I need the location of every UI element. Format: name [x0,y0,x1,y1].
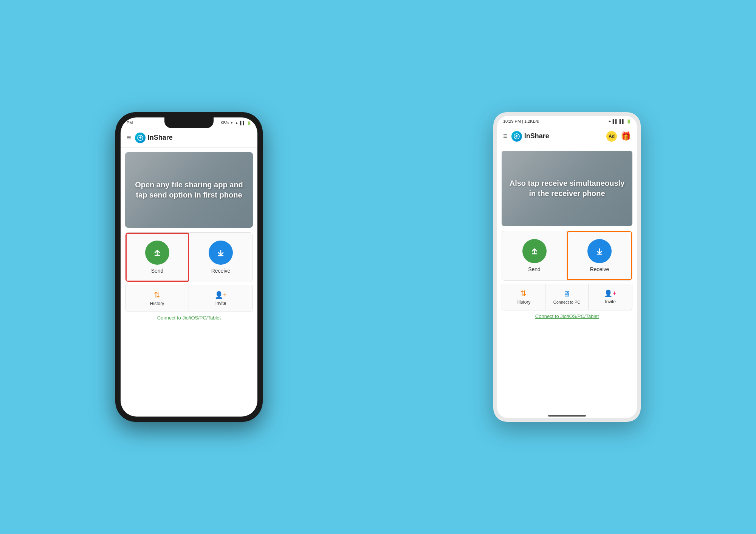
connect-pc-cell[interactable]: 🖥 Connect to PC [545,284,589,310]
receive-cell[interactable]: Receive [189,233,253,282]
phone2-app-bar: ≡ InShare Ad 🎁 [497,127,637,146]
connect-pc-label: Connect to PC [553,300,581,304]
app-logo2: InShare [511,131,549,142]
app-logo: InShare [135,133,173,143]
connect-pc-icon: 🖥 [563,290,570,298]
send-button[interactable] [145,241,169,265]
app-bar-right: Ad 🎁 [606,131,631,142]
download-icon2 [593,245,606,257]
phone2-wrapper: 10:29 PM | 1.2KB/s ✦ ▌▌ ▌▌ 🔋 ≡ [493,112,641,422]
phone1-shell: PM KB/s ✦ ▲ ▌▌ 🔋 ≡ [115,112,263,422]
send-button2[interactable] [522,239,547,263]
invite-label2: Invite [605,299,616,304]
upload-icon [151,247,163,259]
hamburger-icon[interactable]: ≡ [127,133,131,142]
invite-icon2: 👤+ [604,289,617,298]
status-time2: 10:29 PM | 1.2KB/s [503,119,539,123]
send-label2: Send [528,266,541,272]
nav-circle[interactable]: ● [186,407,191,415]
download-icon [215,247,227,259]
phone2-shell: 10:29 PM | 1.2KB/s ✦ ▌▌ ▌▌ 🔋 ≡ [493,112,641,422]
phone2-bottom-row: ⇅ History 🖥 Connect to PC 👤+ Invite [502,284,632,310]
invite-icon: 👤+ [215,291,227,299]
phone1-screen: PM KB/s ✦ ▲ ▌▌ 🔋 ≡ [121,117,257,417]
connect-link[interactable]: Connect to Jio/iOS/PC/Tablet [121,315,257,321]
history-label: History [150,301,164,306]
phone2-actions-grid: Send Receive [502,231,632,281]
status-time: PM [127,120,133,125]
phone2-screen: 10:29 PM | 1.2KB/s ✦ ▌▌ ▌▌ 🔋 ≡ [497,116,637,418]
invite-cell2[interactable]: 👤+ Invite [589,284,632,310]
logo-icon2 [511,131,522,142]
connect-link2[interactable]: Connect to Jio/iOS/PC/Tablet [497,313,637,319]
phone1-wrapper: PM KB/s ✦ ▲ ▌▌ 🔋 ≡ [115,112,263,422]
phone1-bottom-row: ⇅ History 👤+ Invite [125,285,253,312]
send-label: Send [151,268,164,274]
status-icons2: ✦ ▌▌ ▌▌ 🔋 [608,119,631,123]
receive-button2[interactable] [587,239,612,263]
receive-cell2[interactable]: Receive [567,231,632,280]
history-label2: History [516,299,530,305]
history-cell[interactable]: ⇅ History [125,285,189,312]
logo-icon [135,133,146,143]
home-indicator [548,415,586,417]
nav-square[interactable]: ■ [138,407,142,415]
gift-icon[interactable]: 🎁 [621,131,631,141]
nav-back[interactable]: ◀ [235,407,240,415]
phone2-banner-text: Also tap receive simultaneously in the r… [502,178,632,199]
app-name2: InShare [524,132,549,140]
receive-label2: Receive [590,266,609,272]
phone1-app-bar: ≡ InShare [121,128,257,148]
invite-label: Invite [215,301,226,306]
upload-icon2 [528,245,541,257]
phone1-actions-grid: Send Receive [125,232,253,282]
hamburger-icon2[interactable]: ≡ [503,132,508,140]
phone1-banner: Open any file sharing app and tap send o… [125,152,253,228]
phone1-notch [164,117,214,128]
send-cell[interactable]: Send [125,233,189,282]
phone2-banner: Also tap receive simultaneously in the r… [502,151,632,226]
status-icons: KB/s ✦ ▲ ▌▌ 🔋 [221,121,251,125]
history-cell2[interactable]: ⇅ History [502,284,545,310]
receive-label: Receive [211,268,231,274]
send-cell2[interactable]: Send [502,231,567,280]
app-name: InShare [148,134,173,142]
phone1-banner-text: Open any file sharing app and tap send o… [125,180,253,200]
history-icon: ⇅ [154,290,160,299]
receive-button[interactable] [209,241,233,265]
phone2-status-bar: 10:29 PM | 1.2KB/s ✦ ▌▌ ▌▌ 🔋 [497,116,637,127]
phone1-bottom-nav: ■ ● ◀ [115,407,263,415]
ad-badge[interactable]: Ad [606,131,617,142]
history-icon2: ⇅ [520,289,527,298]
invite-cell[interactable]: 👤+ Invite [189,285,253,312]
